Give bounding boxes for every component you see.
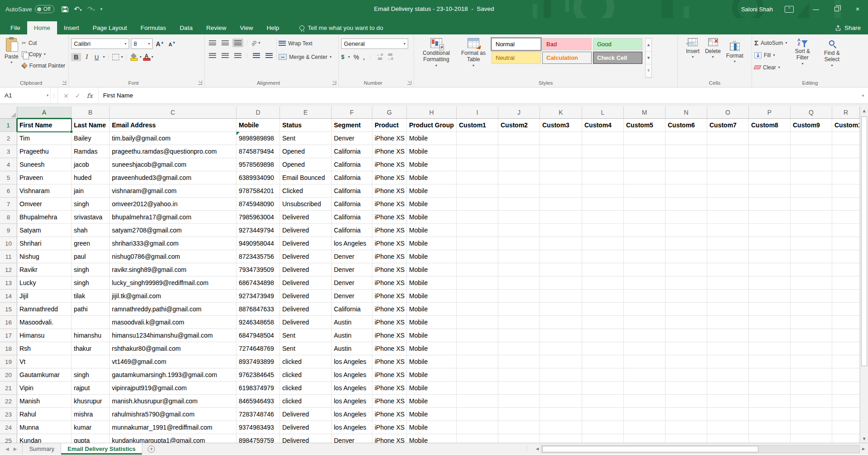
- insert-cells-button[interactable]: Insert ▾: [684, 36, 702, 78]
- cell-K7[interactable]: [540, 198, 582, 211]
- select-all-corner[interactable]: [0, 106, 17, 119]
- horizontal-scroll-thumb[interactable]: [542, 446, 758, 452]
- cell-J6[interactable]: [498, 184, 540, 198]
- row-header-16[interactable]: 16: [0, 316, 17, 329]
- cell-F15[interactable]: California: [332, 303, 372, 316]
- cell-Q3[interactable]: [791, 145, 832, 158]
- column-header-B[interactable]: B: [72, 106, 110, 119]
- previous-sheet-icon[interactable]: ◀: [5, 446, 9, 451]
- cell-D9[interactable]: 9273449794: [236, 224, 280, 237]
- cell-G19[interactable]: iPhone XS: [372, 355, 407, 368]
- cell-Q20[interactable]: [791, 368, 832, 382]
- cell-J8[interactable]: [498, 211, 540, 224]
- cell-D10[interactable]: 9490958044: [236, 237, 280, 250]
- cell-P19[interactable]: [749, 355, 791, 368]
- autosave-toggle[interactable]: Off: [35, 5, 55, 13]
- cell-C1[interactable]: Email Address: [110, 119, 236, 132]
- cell-R23[interactable]: [832, 408, 860, 421]
- cell-G9[interactable]: iPhone XS: [372, 224, 407, 237]
- cell-F22[interactable]: los Angeles: [332, 395, 372, 408]
- cell-G21[interactable]: iPhone XS: [372, 382, 407, 395]
- ribbon-tab-file[interactable]: File: [4, 21, 27, 34]
- cell-B2[interactable]: Bailey: [72, 132, 110, 145]
- column-header-P[interactable]: P: [749, 106, 791, 119]
- cell-D11[interactable]: 8723435756: [236, 250, 280, 263]
- cell-H19[interactable]: Mobile: [407, 355, 457, 368]
- row-header-6[interactable]: 6: [0, 184, 17, 198]
- cell-O3[interactable]: [707, 145, 749, 158]
- cell-K10[interactable]: [540, 237, 582, 250]
- cell-I20[interactable]: [457, 368, 498, 382]
- account-user-name[interactable]: Saloni Shah: [741, 6, 773, 13]
- cell-Q4[interactable]: [791, 158, 832, 171]
- cell-G25[interactable]: iPhone XS: [372, 434, 407, 443]
- cell-B10[interactable]: green: [72, 237, 110, 250]
- row-header-11[interactable]: 11: [0, 250, 17, 263]
- cell-B19[interactable]: [72, 355, 110, 368]
- cell-D7[interactable]: 8745948090: [236, 198, 280, 211]
- cell-R25[interactable]: [832, 434, 860, 443]
- cell-E6[interactable]: Clicked: [280, 184, 332, 198]
- cell-L24[interactable]: [582, 421, 624, 434]
- fill-color-icon[interactable]: [130, 54, 138, 61]
- cell-P23[interactable]: [749, 408, 791, 421]
- cell-L20[interactable]: [582, 368, 624, 382]
- cell-A14[interactable]: Jijil: [17, 290, 72, 303]
- cell-A9[interactable]: Satyam: [17, 224, 72, 237]
- cell-K4[interactable]: [540, 158, 582, 171]
- cell-B5[interactable]: huded: [72, 171, 110, 184]
- cell-P8[interactable]: [749, 211, 791, 224]
- ribbon-display-options-icon[interactable]: ⌃: [785, 6, 794, 13]
- cell-E1[interactable]: Status: [280, 119, 332, 132]
- cell-F17[interactable]: Austin: [332, 329, 372, 342]
- cell-L25[interactable]: [582, 434, 624, 443]
- cell-B3[interactable]: Ramdas: [72, 145, 110, 158]
- cell-L3[interactable]: [582, 145, 624, 158]
- cell-L17[interactable]: [582, 329, 624, 342]
- cell-O1[interactable]: Custom7: [707, 119, 749, 132]
- cell-G17[interactable]: iPhone XS: [372, 329, 407, 342]
- cell-D12[interactable]: 7934739509: [236, 263, 280, 276]
- cell-N14[interactable]: [665, 290, 707, 303]
- cell-O16[interactable]: [707, 316, 749, 329]
- cell-D5[interactable]: 6389934090: [236, 171, 280, 184]
- cell-H25[interactable]: Mobile: [407, 434, 457, 443]
- confirm-entry-icon[interactable]: ✓: [75, 92, 81, 99]
- row-header-23[interactable]: 23: [0, 408, 17, 421]
- cell-H3[interactable]: Mobile: [407, 145, 457, 158]
- cell-P13[interactable]: [749, 276, 791, 290]
- cell-A16[interactable]: Masoodvali.: [17, 316, 72, 329]
- cell-H14[interactable]: Mobile: [407, 290, 457, 303]
- cell-N20[interactable]: [665, 368, 707, 382]
- cell-G8[interactable]: iPhone XS: [372, 211, 407, 224]
- cell-K20[interactable]: [540, 368, 582, 382]
- cell-A12[interactable]: Ravikr: [17, 263, 72, 276]
- cell-B15[interactable]: pathi: [72, 303, 110, 316]
- delete-cells-button[interactable]: Delete ▾: [703, 36, 723, 78]
- borders-icon[interactable]: [112, 54, 119, 60]
- cell-H21[interactable]: Mobile: [407, 382, 457, 395]
- cell-O17[interactable]: [707, 329, 749, 342]
- cell-E17[interactable]: Sent: [280, 329, 332, 342]
- cell-A20[interactable]: Gautamkumar: [17, 368, 72, 382]
- cell-B23[interactable]: mishra: [72, 408, 110, 421]
- cell-N8[interactable]: [665, 211, 707, 224]
- cell-C3[interactable]: prageethu.ramdas@questionpro.com: [110, 145, 236, 158]
- cell-B6[interactable]: jain: [72, 184, 110, 198]
- cell-C5[interactable]: praveenhuded3@gmail.com: [110, 171, 236, 184]
- cell-style-bad[interactable]: Bad: [542, 38, 592, 50]
- cell-A18[interactable]: Rsh: [17, 342, 72, 355]
- conditional-formatting-button[interactable]: Conditional Formatting ▾: [416, 36, 456, 78]
- cell-K25[interactable]: [540, 434, 582, 443]
- cell-D24[interactable]: 9374983493: [236, 421, 280, 434]
- cell-J7[interactable]: [498, 198, 540, 211]
- cell-M22[interactable]: [624, 395, 665, 408]
- cell-Q21[interactable]: [791, 382, 832, 395]
- cell-G20[interactable]: iPhone XS: [372, 368, 407, 382]
- cell-N22[interactable]: [665, 395, 707, 408]
- cell-A23[interactable]: Rahul: [17, 408, 72, 421]
- cell-R20[interactable]: [832, 368, 860, 382]
- cell-A17[interactable]: Himansu: [17, 329, 72, 342]
- cell-A15[interactable]: Ramnathredd: [17, 303, 72, 316]
- cell-J9[interactable]: [498, 224, 540, 237]
